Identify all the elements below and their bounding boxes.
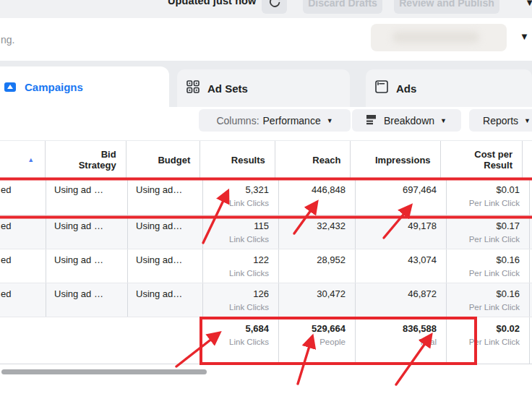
impressions-cell: 49,178 (356, 215, 447, 249)
impressions-cell: 46,872 (356, 283, 447, 317)
table-toolbar: Columns: Performance ▼ Breakdown ▼ Repor… (0, 107, 532, 140)
discard-drafts-button[interactable]: Discard Drafts (303, 0, 382, 14)
bid-strategy-cell: Using ad … (46, 179, 128, 215)
truncated-label: ng. (1, 34, 14, 46)
table-row[interactable]: ed Using ad … Using ad… 5,321Link Clicks… (0, 179, 532, 215)
campaigns-folder-icon (4, 82, 16, 92)
results-cell: 122Link Clicks (203, 249, 279, 283)
chevron-down-icon[interactable]: ▼ (520, 31, 529, 42)
tab-ad-sets-label: Ad Sets (207, 82, 248, 95)
cost-per-result-cell: $0.01Per Link Click (447, 179, 530, 215)
table-row[interactable]: ed Using ad … Using ad… 126Link Clicks 3… (0, 283, 532, 317)
column-header-name[interactable]: ▲ (0, 141, 46, 179)
bid-strategy-cell: Using ad … (46, 215, 128, 249)
budget-cell: Using ad… (128, 215, 203, 249)
tab-campaigns[interactable]: Campaigns (0, 66, 169, 107)
reports-dropdown[interactable]: Reports ▼ (469, 109, 532, 132)
table-row[interactable]: ed Using ad … Using ad… 115Link Clicks 3… (0, 215, 532, 249)
cost-per-result-cell: $0.16Per Link Click (447, 249, 530, 283)
bid-strategy-cell: Using ad … (46, 249, 128, 283)
reach-cell: 28,952 (279, 249, 356, 283)
breakdown-bars-icon (366, 114, 377, 127)
breakdown-dropdown[interactable]: Breakdown ▼ (352, 109, 461, 132)
columns-prefix-label: Columns: (216, 115, 259, 126)
cost-per-result-cell: $0.17Per Link Click (447, 215, 530, 249)
totals-cost-per-result-cell: $0.02Per Link Click (447, 317, 530, 364)
table-row[interactable]: ed Using ad … Using ad… 122Link Clicks 2… (0, 249, 532, 283)
campaign-name-cell[interactable]: ed (0, 283, 46, 317)
refresh-icon (268, 0, 281, 11)
impressions-cell: 43,074 (356, 249, 447, 283)
chevron-down-icon: ▼ (327, 117, 333, 124)
bid-strategy-cell: Using ad … (46, 283, 128, 317)
totals-results-cell: 5,684Link Clicks (203, 317, 279, 364)
sort-ascending-icon: ▲ (27, 155, 35, 166)
budget-cell: Using ad… (128, 283, 203, 317)
reach-cell: 446,848 (279, 179, 356, 215)
chevron-down-icon[interactable]: ▼ (525, 0, 532, 8)
campaigns-table: ▲ Bid Strategy Budget Results Reach Impr… (0, 140, 532, 364)
chevron-down-icon: ▼ (440, 117, 447, 124)
campaign-name-cell[interactable]: ed (0, 249, 46, 283)
reach-cell: 30,472 (279, 283, 356, 317)
columns-dropdown[interactable]: Columns: Performance ▼ (199, 109, 351, 132)
updated-status: Updated just now (168, 0, 256, 7)
results-cell: 5,321Link Clicks (203, 179, 279, 215)
tab-ads-label: Ads (396, 82, 416, 95)
results-cell: 115Link Clicks (203, 215, 279, 249)
column-header-impressions[interactable]: Impressions (351, 141, 440, 179)
totals-impressions-cell: 836,588Total (356, 317, 447, 364)
totals-reach-cell: 529,664People (279, 317, 356, 364)
column-header-budget[interactable]: Budget (126, 141, 201, 179)
tab-band: Campaigns (0, 61, 532, 107)
top-action-bar: Updated just now Discard Drafts Review a… (0, 0, 532, 18)
tab-campaigns-label: Campaigns (25, 81, 83, 93)
reports-label: Reports (483, 115, 518, 126)
chevron-down-icon: ▼ (524, 117, 531, 124)
redacted-text (392, 32, 479, 43)
columns-value-label: Performance (263, 115, 321, 126)
breakdown-label: Breakdown (384, 115, 434, 126)
ad-sets-grid-icon (186, 80, 200, 96)
ads-page-icon (375, 80, 388, 96)
filter-row: ng. ▼ (0, 18, 532, 61)
results-cell: 126Link Clicks (203, 283, 279, 317)
column-header-reach[interactable]: Reach (275, 141, 351, 179)
review-and-publish-button[interactable]: Review and Publish (394, 0, 499, 14)
cost-per-result-cell: $0.16Per Link Click (447, 283, 530, 317)
column-header-results[interactable]: Results (200, 141, 275, 179)
ads-manager-screen: Updated just now Discard Drafts Review a… (0, 0, 532, 399)
account-selector[interactable] (371, 24, 507, 51)
reach-cell: 32,432 (279, 215, 356, 249)
campaign-name-cell[interactable]: ed (0, 215, 46, 249)
horizontal-scrollbar-thumb[interactable] (1, 369, 207, 374)
totals-row: 5,684Link Clicks 529,664People 836,588To… (0, 317, 532, 364)
table-header-row: ▲ Bid Strategy Budget Results Reach Impr… (0, 140, 532, 179)
column-header-cost-per-result[interactable]: Cost per Result (441, 141, 523, 179)
impressions-cell: 697,464 (356, 179, 447, 215)
tab-ad-sets[interactable]: Ad Sets (177, 69, 350, 107)
budget-cell: Using ad… (128, 179, 203, 215)
refresh-button[interactable] (262, 0, 287, 14)
tab-ads[interactable]: Ads (366, 69, 532, 107)
budget-cell: Using ad… (128, 249, 203, 283)
column-header-bid-strategy[interactable]: Bid Strategy (46, 141, 126, 179)
campaign-name-cell[interactable]: ed (0, 179, 46, 215)
